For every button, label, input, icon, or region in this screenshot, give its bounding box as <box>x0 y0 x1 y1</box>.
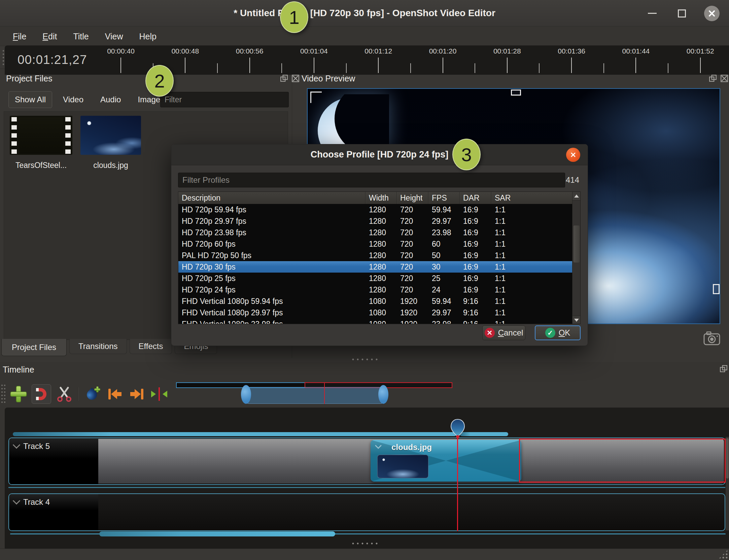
cancel-button-label: Cancel <box>498 328 523 338</box>
track-name: Track 4 <box>23 497 50 507</box>
ok-button-label: OK <box>559 328 570 338</box>
dock-tab-project-files[interactable]: Project Files <box>1 339 67 356</box>
minimize-button[interactable] <box>645 6 660 21</box>
snapping-icon <box>36 388 46 400</box>
column-header-dar[interactable]: DAR <box>460 192 491 204</box>
dialog-titlebar[interactable]: Choose Profile [HD 720p 24 fps] <box>171 144 588 165</box>
menu-help[interactable]: Help <box>131 29 164 44</box>
dialog-title: Choose Profile [HD 720p 24 fps] <box>311 149 449 160</box>
track-4-header[interactable]: Track 4 <box>9 494 98 530</box>
timeline-ruler[interactable]: 00:01:21,27 00:00:4000:00:4800:00:5600:0… <box>5 45 729 75</box>
playhead-line <box>457 436 458 531</box>
file-item-clouds[interactable] <box>80 116 141 155</box>
close-panel-icon[interactable] <box>291 74 300 82</box>
menu-edit[interactable]: Edit <box>34 29 65 44</box>
profile-filter-input[interactable] <box>178 173 565 187</box>
column-header-height[interactable]: Height <box>397 192 428 204</box>
scroll-down-icon[interactable] <box>572 316 581 324</box>
profile-row[interactable]: FHD Vertical 1080p 23.98 fps1080192023.9… <box>178 318 573 324</box>
filter-tab-show-all[interactable]: Show All <box>8 91 52 108</box>
ruler-label: 00:01:04 <box>287 47 341 55</box>
profile-row[interactable]: PAL HD 720p 50 fps12807205016:91:1 <box>178 250 573 261</box>
profile-row[interactable]: HD 720p 60 fps12807206016:91:1 <box>178 238 573 250</box>
snapping-toggle[interactable] <box>32 384 51 404</box>
cancel-button[interactable]: ✕ Cancel <box>482 325 525 340</box>
scrollbar-thumb[interactable] <box>574 225 580 262</box>
previous-marker-button[interactable] <box>104 384 126 405</box>
profile-row[interactable]: HD 720p 30 fps12807203016:91:1 <box>178 261 573 273</box>
profile-row[interactable]: HD 720p 23.98 fps128072023.9816:91:1 <box>178 227 573 238</box>
profile-table-rows: HD 720p 59.94 fps128072059.9416:91:1HD 7… <box>178 204 573 324</box>
ruler-label: 00:00:56 <box>223 47 277 55</box>
file-name: clouds.jpg <box>80 161 141 170</box>
ruler-label: 00:01:36 <box>545 47 598 55</box>
next-marker-button[interactable] <box>126 384 148 405</box>
column-header-sar[interactable]: SAR <box>491 192 573 204</box>
column-header-fps[interactable]: FPS <box>428 192 460 204</box>
scroll-up-icon[interactable] <box>572 192 581 201</box>
dock-tab-effects[interactable]: Effects <box>130 339 172 354</box>
center-playhead-icon <box>151 387 167 401</box>
add-marker-icon <box>85 386 100 402</box>
window-title-right: [HD 720p 30 fps] - OpenShot Video Editor <box>310 8 495 19</box>
dock-tab-transitions[interactable]: Transitions <box>69 339 127 354</box>
track-separator <box>8 487 725 488</box>
close-button[interactable] <box>704 6 720 21</box>
file-item-tearsofsteel[interactable] <box>10 116 72 155</box>
razor-button[interactable] <box>53 384 75 405</box>
dialog-close-button[interactable] <box>566 148 580 162</box>
add-marker-button[interactable] <box>81 384 104 405</box>
zoom-slider-right-handle[interactable] <box>378 385 388 404</box>
window-title-left: * Untitled P <box>234 8 284 19</box>
float-panel-icon[interactable] <box>709 74 717 82</box>
playhead-marker[interactable] <box>450 419 465 440</box>
window-resize-grip[interactable] <box>718 549 728 559</box>
profile-row[interactable]: HD 720p 25 fps12807202516:91:1 <box>178 273 573 284</box>
maximize-button[interactable] <box>674 6 689 21</box>
center-playhead-button[interactable] <box>148 384 170 405</box>
timeline-toolbar-grip[interactable] <box>1 384 5 405</box>
file-name: TearsOfSteel... <box>5 161 77 170</box>
transform-corner-handle[interactable] <box>310 92 322 103</box>
timeline-vertical-scrollbar[interactable] <box>726 437 729 530</box>
horizontal-splitter-handle[interactable] <box>351 542 380 545</box>
menu-file[interactable]: File <box>5 29 34 44</box>
profile-row[interactable]: HD 720p 59.94 fps128072059.9416:91:1 <box>178 204 573 215</box>
menu-view[interactable]: View <box>97 29 131 44</box>
profile-row[interactable]: FHD Vertical 1080p 29.97 fps1080192029.9… <box>178 307 573 318</box>
column-header-description[interactable]: Description <box>178 192 366 204</box>
chevron-down-icon[interactable] <box>13 497 21 505</box>
cancel-x-icon: ✕ <box>485 328 495 338</box>
file-filter-input[interactable] <box>160 92 289 107</box>
cached-frames-bar <box>460 432 508 436</box>
float-panel-icon[interactable] <box>720 365 728 373</box>
zoom-slider-left-handle[interactable] <box>241 385 251 404</box>
statusbar <box>0 549 729 560</box>
profile-table: DescriptionWidthHeightFPSDARSAR HD 720p … <box>178 191 581 324</box>
profile-row[interactable]: HD 720p 29.97 fps128072029.9716:91:1 <box>178 215 573 227</box>
menu-title[interactable]: Title <box>65 29 97 44</box>
chevron-down-icon[interactable] <box>13 441 21 449</box>
float-panel-icon[interactable] <box>280 74 288 82</box>
track-5-header[interactable]: Track 5 <box>9 438 98 484</box>
add-track-button[interactable] <box>7 384 30 405</box>
timeline-hscrollbar-thumb[interactable] <box>99 531 335 536</box>
profile-table-scrollbar[interactable] <box>572 192 580 324</box>
zoom-slider-region[interactable] <box>244 387 386 404</box>
profile-count: 414 <box>561 173 584 187</box>
close-panel-icon[interactable] <box>720 74 728 82</box>
close-icon <box>708 10 716 17</box>
clouds-clip[interactable]: clouds.jpg <box>371 440 521 482</box>
filter-tab-video[interactable]: Video <box>57 92 90 108</box>
project-files-panel-title: Project Files <box>6 74 53 83</box>
ok-button[interactable]: ✓ OK <box>535 325 581 340</box>
profile-row[interactable]: HD 720p 24 fps12807202416:91:1 <box>178 284 573 295</box>
column-header-width[interactable]: Width <box>366 192 397 204</box>
profile-row[interactable]: FHD Vertical 1080p 59.94 fps1080192059.9… <box>178 295 573 307</box>
filter-tab-audio[interactable]: Audio <box>94 92 127 108</box>
capture-screenshot-button[interactable] <box>703 331 720 347</box>
transform-top-handle[interactable] <box>511 90 521 96</box>
file-filter-tabs: Show AllVideoAudioImage <box>8 91 171 108</box>
transform-right-handle[interactable] <box>713 284 720 294</box>
horizontal-splitter-handle[interactable] <box>351 358 380 361</box>
